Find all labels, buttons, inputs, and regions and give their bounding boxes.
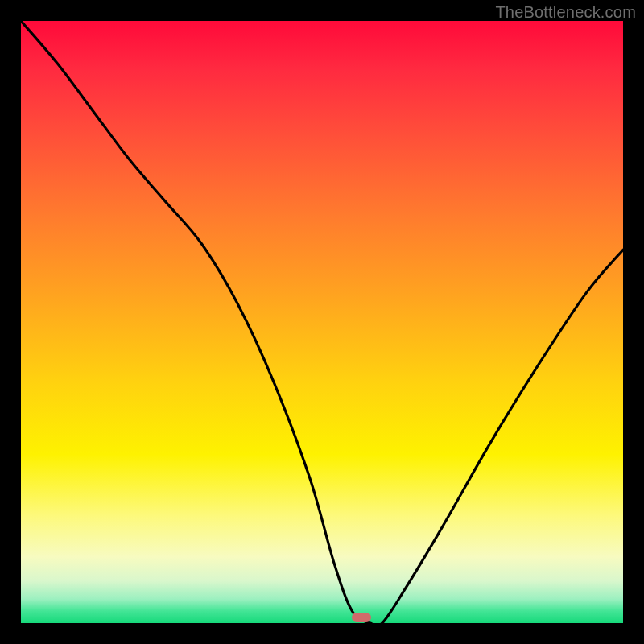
chart-frame: TheBottleneck.com [0,0,644,644]
bottleneck-curve [21,21,623,623]
watermark-text: TheBottleneck.com [495,3,636,22]
plot-area [21,21,623,623]
optimal-marker [352,613,371,622]
